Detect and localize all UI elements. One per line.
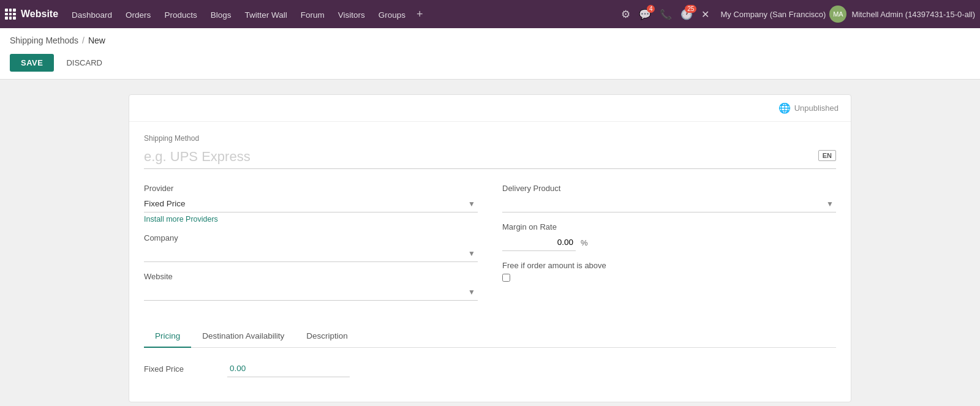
nav-dashboard[interactable]: Dashboard — [66, 0, 118, 28]
nav-orders[interactable]: Orders — [119, 0, 157, 28]
shipping-method-label: Shipping Method — [144, 134, 836, 143]
discard-button[interactable]: DISCARD — [59, 54, 110, 72]
page-header: Shipping Methods / New SAVE DISCARD — [0, 28, 980, 80]
form-left-col: Provider Fixed Price ▼ Install more Prov… — [144, 184, 478, 310]
form-grid: Provider Fixed Price ▼ Install more Prov… — [144, 184, 836, 310]
fixed-price-label: Fixed Price — [144, 364, 217, 374]
tab-description[interactable]: Description — [295, 325, 359, 348]
breadcrumb-parent[interactable]: Shipping Methods — [10, 36, 78, 45]
user-avatar: MA — [829, 6, 846, 23]
publish-status: Unpublished — [794, 103, 839, 113]
tab-destination-availability[interactable]: Destination Availability — [191, 325, 295, 348]
margin-row: % — [502, 234, 836, 251]
messages-icon[interactable]: 💬 4 — [636, 6, 654, 23]
nav-blogs[interactable]: Blogs — [205, 0, 238, 28]
app-name: Website — [21, 9, 58, 20]
free-order-field: Free if order amount is above — [502, 261, 836, 282]
website-select-wrapper: ▼ — [144, 284, 478, 301]
globe-icon: 🌐 — [778, 102, 791, 114]
margin-unit: % — [581, 238, 588, 247]
language-badge: EN — [818, 150, 836, 161]
tabs: Pricing Destination Availability Descrip… — [144, 325, 836, 348]
breadcrumb: Shipping Methods / New — [10, 28, 970, 49]
company-select[interactable] — [144, 245, 478, 262]
nav-forum[interactable]: Forum — [295, 0, 331, 28]
delivery-product-select[interactable] — [502, 195, 836, 212]
breadcrumb-separator: / — [82, 36, 85, 45]
save-button[interactable]: SAVE — [10, 54, 54, 72]
nav-twitter-wall[interactable]: Twitter Wall — [238, 0, 293, 28]
publish-button[interactable]: 🌐 Unpublished — [778, 102, 839, 114]
updates-badge: 25 — [685, 5, 696, 13]
top-navigation: Website Dashboard Orders Products Blogs … — [0, 0, 980, 28]
fixed-price-input[interactable] — [227, 360, 350, 377]
margin-field: Margin on Rate % — [502, 222, 836, 251]
form-card: 🌐 Unpublished Shipping Method EN Provide… — [129, 94, 851, 402]
provider-select[interactable]: Fixed Price — [144, 195, 478, 212]
fixed-price-row: Fixed Price — [144, 360, 836, 377]
messages-badge: 4 — [647, 5, 655, 13]
phone-icon[interactable]: 📞 — [657, 6, 674, 23]
margin-input[interactable] — [502, 234, 576, 251]
tab-pricing[interactable]: Pricing — [144, 325, 191, 348]
free-order-label: Free if order amount is above — [502, 261, 836, 270]
shipping-method-name-input[interactable] — [144, 145, 836, 169]
delivery-product-field: Delivery Product ▼ — [502, 184, 836, 212]
install-providers-link[interactable]: Install more Providers — [144, 215, 218, 224]
close-icon[interactable]: ✕ — [699, 6, 712, 23]
delivery-product-label: Delivery Product — [502, 184, 836, 193]
provider-field: Provider Fixed Price ▼ Install more Prov… — [144, 184, 478, 224]
pricing-tab-content: Fixed Price — [144, 348, 836, 389]
updates-icon[interactable]: 🕐 25 — [678, 6, 695, 23]
free-order-checkbox[interactable] — [502, 274, 510, 282]
nav-actions: ⚙ 💬 4 📞 🕐 25 ✕ My Company (San Francisco… — [619, 6, 975, 23]
main-content: 🌐 Unpublished Shipping Method EN Provide… — [0, 80, 980, 406]
user-name: Mitchell Admin (14397431-15-0-all) — [851, 10, 975, 19]
company-label: Company — [144, 233, 478, 242]
form-right-col: Delivery Product ▼ Margin on Rate — [502, 184, 836, 310]
nav-groups[interactable]: Groups — [372, 0, 412, 28]
user-info[interactable]: MA Mitchell Admin (14397431-15-0-all) — [829, 6, 975, 23]
title-input-wrapper: EN — [144, 145, 836, 169]
form-card-header: 🌐 Unpublished — [129, 95, 851, 122]
nav-visitors[interactable]: Visitors — [332, 0, 371, 28]
provider-label: Provider — [144, 184, 478, 193]
company-select-wrapper: ▼ — [144, 245, 478, 262]
provider-select-wrapper: Fixed Price ▼ — [144, 195, 478, 212]
company-field: Company ▼ — [144, 233, 478, 262]
page-actions: SAVE DISCARD — [10, 49, 970, 79]
website-label: Website — [144, 272, 478, 281]
company-name: My Company (San Francisco) — [720, 10, 826, 19]
nav-products[interactable]: Products — [158, 0, 203, 28]
settings-icon[interactable]: ⚙ — [619, 6, 633, 23]
nav-add-icon[interactable]: + — [413, 8, 427, 21]
margin-label: Margin on Rate — [502, 222, 836, 231]
app-logo[interactable]: Website — [5, 9, 58, 20]
breadcrumb-current: New — [88, 36, 105, 45]
website-select[interactable] — [144, 284, 478, 301]
form-body: Shipping Method EN Provider Fixed Price — [129, 122, 851, 402]
grid-menu-icon[interactable] — [5, 9, 16, 20]
free-order-checkbox-row — [502, 273, 836, 282]
website-field: Website ▼ — [144, 272, 478, 301]
delivery-product-select-wrapper: ▼ — [502, 195, 836, 212]
nav-menu: Dashboard Orders Products Blogs Twitter … — [66, 0, 616, 28]
